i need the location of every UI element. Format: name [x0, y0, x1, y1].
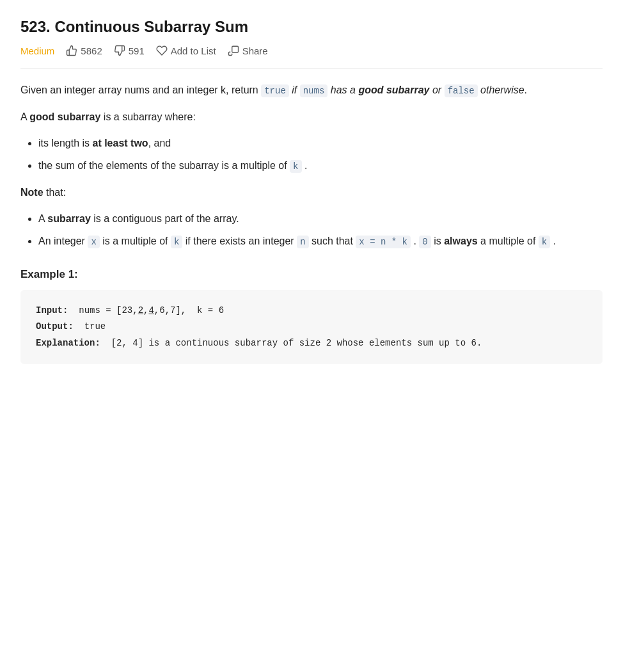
example1-section: Example 1: Input: nums = [23,2,4,6,7], k…: [20, 268, 603, 364]
good-subarray-conditions: its length is at least two, and the sum …: [38, 134, 603, 175]
example1-title: Example 1:: [20, 268, 603, 281]
k-code-3: k: [539, 236, 550, 248]
explanation-value: [2, 4] is a continuous subarray of size …: [111, 338, 482, 348]
n-code: n: [297, 236, 308, 248]
meta-row: Medium 5862 591 Add to List Share: [20, 45, 603, 68]
underlined-2: 2: [138, 305, 143, 316]
output-label: Output:: [36, 321, 74, 332]
example1-output: Output: true: [36, 319, 587, 335]
share-icon: [228, 45, 239, 56]
note-header: Note that:: [20, 184, 603, 201]
example1-box: Input: nums = [23,2,4,6,7], k = 6 Output…: [20, 290, 603, 364]
condition-length: its length is at least two, and: [38, 134, 603, 152]
add-to-list-label: Add to List: [171, 45, 216, 56]
note-multiple: An integer x is a multiple of k if there…: [38, 232, 603, 250]
condition-sum: the sum of the elements of the subarray …: [38, 157, 603, 175]
problem-title: 523. Continuous Subarray Sum: [20, 18, 603, 36]
x-code: x: [88, 236, 99, 248]
thumbs-up-icon: [66, 45, 77, 56]
equation-code: x = n * k: [356, 236, 411, 248]
true-code: true: [261, 84, 289, 97]
k-code-1: k: [290, 160, 301, 173]
upvote-count: 5862: [81, 45, 102, 56]
downvote-count: 591: [129, 45, 145, 56]
example1-explanation: Explanation: [2, 4] is a continuous suba…: [36, 335, 587, 351]
output-value: true: [84, 321, 106, 332]
good-subarray-definition-intro: A good subarray is a subarray where:: [20, 108, 603, 125]
explanation-label: Explanation:: [36, 338, 100, 348]
share-action[interactable]: Share: [228, 45, 268, 56]
note-subarray: A subarray is a contiguous part of the a…: [38, 210, 603, 227]
zero-code: 0: [419, 236, 430, 248]
heart-icon: [156, 45, 168, 56]
thumbs-down-icon: [114, 45, 125, 56]
input-label: Input:: [36, 305, 68, 316]
difficulty-badge[interactable]: Medium: [20, 45, 54, 56]
upvote-action[interactable]: 5862: [66, 45, 102, 56]
underlined-4: 4: [148, 305, 154, 316]
intro-paragraph: Given an integer array nums and an integ…: [20, 81, 603, 99]
note-conditions: A subarray is a contiguous part of the a…: [38, 210, 603, 250]
example1-input: Input: nums = [23,2,4,6,7], k = 6: [36, 303, 587, 319]
downvote-action[interactable]: 591: [114, 45, 145, 56]
share-label: Share: [242, 45, 268, 56]
false-code: false: [445, 84, 478, 97]
svg-rect-0: [232, 46, 238, 52]
problem-description: Given an integer array nums and an integ…: [20, 81, 603, 250]
add-to-list-action[interactable]: Add to List: [156, 45, 216, 56]
nums-code: nums: [300, 84, 328, 97]
k-code-2: k: [171, 236, 182, 248]
